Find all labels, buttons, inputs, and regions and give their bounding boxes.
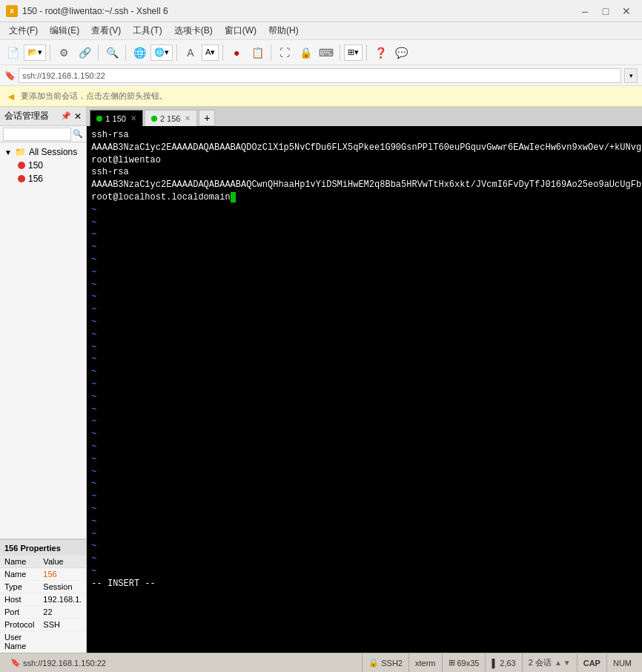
minimize-button[interactable]: – xyxy=(575,4,595,19)
tb-sep-3 xyxy=(125,45,126,61)
tb-search-btn[interactable]: 🔍 xyxy=(102,43,122,62)
tb-sep-8 xyxy=(366,45,367,61)
status-grid: ⊞ 69x35 xyxy=(443,653,486,672)
status-cap: CAP xyxy=(578,653,607,672)
pin-icon[interactable]: 📌 xyxy=(61,111,71,121)
props-key-4: Protocol xyxy=(0,619,39,631)
tree-item-150[interactable]: 150 xyxy=(0,159,86,172)
menu-tabs[interactable]: 选项卡(B) xyxy=(168,23,219,39)
window-controls: – □ ✕ xyxy=(575,4,636,19)
addr-dropdown-btn[interactable]: ▾ xyxy=(624,68,638,83)
tb-lock-btn[interactable]: 🔒 xyxy=(296,43,315,62)
status-grid-icon: ⊞ xyxy=(449,658,455,668)
tb-btn-4[interactable]: 🔗 xyxy=(75,43,94,62)
props-title: 156 Properties xyxy=(0,539,86,556)
tb-layout-dropdown[interactable]: ⊞▾ xyxy=(344,45,363,61)
session-search-bar: 🔍 xyxy=(0,126,86,142)
tb-btn-7[interactable]: 📋 xyxy=(248,43,267,62)
tb-globe-dropdown[interactable]: 🌐▾ xyxy=(150,45,173,61)
props-val-1: Session xyxy=(39,581,86,593)
tb-red-btn[interactable]: ● xyxy=(227,43,246,62)
properties-panel: 156 Properties Name Value Name 156 Type … xyxy=(0,538,86,653)
tb-expand-btn[interactable]: ⛶ xyxy=(275,43,294,62)
menu-window[interactable]: 窗口(W) xyxy=(219,23,262,39)
session-close-icon[interactable]: ✕ xyxy=(74,111,82,122)
tb-sep-6 xyxy=(271,45,271,61)
tb-key-btn[interactable]: ⌨ xyxy=(317,43,336,62)
tb-open-dropdown[interactable]: 📂▾ xyxy=(24,45,46,61)
props-row-5: User Name xyxy=(0,631,86,653)
session-manager-title: 会话管理器 xyxy=(4,110,49,122)
props-key-0: Name xyxy=(0,568,39,581)
status-sessions: 2 会话 ▲ ▼ xyxy=(523,653,578,672)
tb-btn-3[interactable]: ⚙ xyxy=(54,43,73,62)
session-panel: 会话管理器 📌 ✕ 🔍 ▼ 📁 All Sessions 150 1 xyxy=(0,107,87,653)
close-button[interactable]: ✕ xyxy=(617,4,636,19)
props-key-3: Port xyxy=(0,606,39,619)
toolbar: 📄 📂▾ ⚙ 🔗 🔍 🌐 🌐▾ A A▾ ● 📋 ⛶ 🔒 ⌨ ⊞▾ ❓ 💬 xyxy=(0,40,642,65)
terminal-text: ssh-rsa AAAAB3NzaC1yc2EAAAADAQABAABAQDOz… xyxy=(91,129,642,590)
address-bar: 🔖 ▾ xyxy=(0,65,642,86)
status-bar: 🔖 ssh://192.168.1.150:22 🔒 SSH2 xterm ⊞ … xyxy=(0,653,642,672)
status-ssh2: 🔒 SSH2 xyxy=(363,653,409,672)
menu-help[interactable]: 帮助(H) xyxy=(262,23,305,39)
tab-close-150[interactable]: ✕ xyxy=(130,114,136,122)
addr-bookmark-icon: 🔖 xyxy=(4,70,16,81)
arrow-down-btn[interactable]: ▼ xyxy=(563,659,571,667)
props-row-0: Name 156 xyxy=(0,568,86,581)
session-header: 会话管理器 📌 ✕ xyxy=(0,107,86,126)
status-sessions-text: 2 会话 xyxy=(529,657,552,668)
tree-expand-icon: ▼ xyxy=(4,148,12,157)
session-dot-156 xyxy=(18,175,25,182)
props-val-4: SSH xyxy=(39,619,86,631)
window-title: 150 - root@liwentao:~/.ssh - Xshell 6 xyxy=(22,6,168,16)
props-val-3: 22 xyxy=(39,606,86,619)
tab-156[interactable]: 2 156 ✕ xyxy=(145,110,198,126)
props-header-row: Name Value xyxy=(0,556,86,568)
app-icon: X xyxy=(6,5,18,17)
tab-add-btn[interactable]: + xyxy=(199,110,215,126)
menu-tools[interactable]: 工具(T) xyxy=(127,23,168,39)
menu-edit[interactable]: 编辑(E) xyxy=(44,23,85,39)
tree-item-156[interactable]: 156 xyxy=(0,172,86,185)
tab-dot-150 xyxy=(96,116,102,122)
tab-label-156: 2 156 xyxy=(160,114,181,123)
status-grid-text: 69x35 xyxy=(457,659,480,668)
terminal-content[interactable]: ssh-rsa AAAAB3NzaC1yc2EAAAADAQABAABAQDOz… xyxy=(87,126,642,653)
status-position-text: 2,63 xyxy=(500,659,515,668)
menu-file[interactable]: 文件(F) xyxy=(3,23,44,39)
tb-help-btn[interactable]: ❓ xyxy=(371,43,390,62)
tree-root-label: All Sessions xyxy=(29,147,77,157)
props-col-name: Name xyxy=(0,556,39,568)
tab-dot-156 xyxy=(151,116,157,122)
tb-new-btn[interactable]: 📄 xyxy=(3,43,22,62)
maximize-button[interactable]: □ xyxy=(596,4,615,19)
status-position-icon: ▌ xyxy=(492,659,497,668)
status-xterm-text: xterm xyxy=(415,659,436,668)
menu-view[interactable]: 查看(V) xyxy=(85,23,127,39)
arrow-up-btn[interactable]: ▲ xyxy=(555,659,562,667)
props-row-3: Port 22 xyxy=(0,606,86,619)
tab-150[interactable]: 1 150 ✕ xyxy=(90,110,143,126)
status-num: NUM xyxy=(607,653,638,672)
tb-font-btn[interactable]: A xyxy=(181,43,200,62)
props-key-5: User Name xyxy=(0,631,39,653)
main-layout: 会话管理器 📌 ✕ 🔍 ▼ 📁 All Sessions 150 1 xyxy=(0,107,642,653)
tb-chat-btn[interactable]: 💬 xyxy=(391,43,411,62)
status-position: ▌ 2,63 xyxy=(486,653,522,672)
tab-bar: 1 150 ✕ 2 156 ✕ + ◄ ► ▾ xyxy=(87,107,642,126)
session-tree: ▼ 📁 All Sessions 150 156 xyxy=(0,142,86,538)
tb-btn-5[interactable]: 🌐 xyxy=(130,43,149,62)
address-input[interactable] xyxy=(19,68,621,83)
search-icon: 🔍 xyxy=(73,129,83,139)
title-bar: X 150 - root@liwentao:~/.ssh - Xshell 6 … xyxy=(0,0,642,22)
tip-text: 要添加当前会话，点击左侧的箭头按钮。 xyxy=(21,90,168,102)
tb-font-dropdown[interactable]: A▾ xyxy=(202,45,219,61)
status-connection-icon: 🔖 xyxy=(10,658,21,668)
props-val-0: 156 xyxy=(39,568,86,581)
menu-bar: 文件(F) 编辑(E) 查看(V) 工具(T) 选项卡(B) 窗口(W) 帮助(… xyxy=(0,22,642,40)
session-label-150: 150 xyxy=(28,160,43,171)
tree-root-item[interactable]: ▼ 📁 All Sessions xyxy=(0,145,86,159)
session-search-input[interactable] xyxy=(3,128,71,141)
tab-close-156[interactable]: ✕ xyxy=(185,114,191,122)
